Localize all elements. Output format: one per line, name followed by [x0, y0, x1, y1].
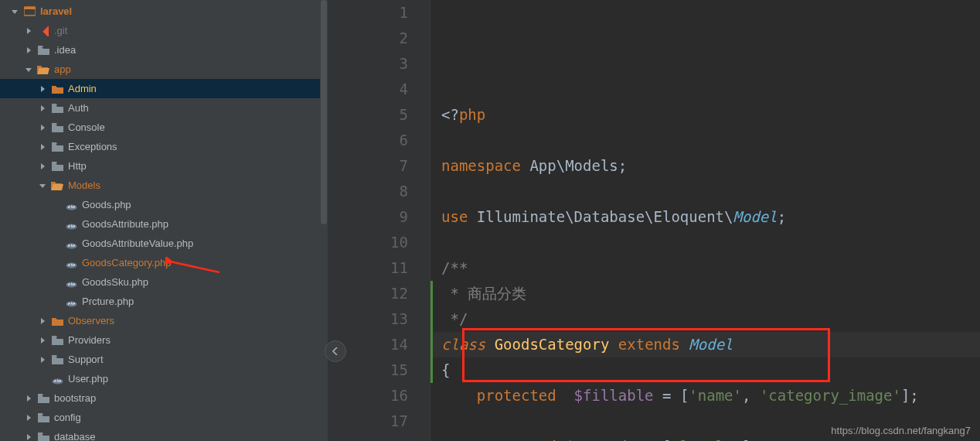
tree-expand-right-icon[interactable]: [25, 415, 32, 421]
tree-expand-right-icon[interactable]: [25, 28, 32, 34]
tree-item-bootstrap[interactable]: bootstrap: [0, 388, 328, 408]
php-icon: [65, 276, 77, 289]
tree-item-admin[interactable]: Admin: [0, 79, 328, 98]
svg-point-8: [66, 301, 77, 306]
tree-item-label: Admin: [68, 79, 97, 98]
tree-expand-right-icon[interactable]: [25, 395, 32, 402]
tree-item-observers[interactable]: Observers: [0, 311, 328, 330]
tree-item-providers[interactable]: Providers: [0, 330, 328, 350]
project-icon: [23, 5, 36, 18]
tree-expand-right-icon[interactable]: [39, 163, 46, 169]
line-number[interactable]: 7: [335, 153, 408, 179]
tree-expand-right-icon[interactable]: [39, 337, 46, 344]
line-number[interactable]: 4: [335, 77, 408, 102]
code-line[interactable]: use Illuminate\Database\Eloquent\Model;: [441, 204, 980, 230]
project-tree[interactable]: laravel.git.ideaappAdminAuthConsoleExcep…: [0, 0, 328, 441]
tree-item-exceptions[interactable]: Exceptions: [0, 137, 328, 156]
line-number[interactable]: 5: [335, 102, 408, 128]
code-line[interactable]: [441, 230, 980, 255]
tree-expand-down-icon[interactable]: [39, 183, 46, 189]
tree-expand-right-icon[interactable]: [39, 357, 46, 363]
code-line[interactable]: [441, 179, 980, 204]
code-token: Model: [733, 208, 778, 225]
code-token: namespace: [441, 157, 521, 174]
tree-expand-down-icon[interactable]: [25, 67, 32, 73]
panel-splitter[interactable]: [328, 0, 335, 441]
code-line[interactable]: namespace App\Models;: [441, 153, 980, 179]
project-tree-panel: laravel.git.ideaappAdminAuthConsoleExcep…: [0, 0, 328, 441]
line-number[interactable]: 6: [335, 128, 408, 153]
code-token: [556, 387, 574, 404]
tree-expand-right-icon[interactable]: [39, 105, 46, 111]
code-token: extends: [618, 336, 680, 353]
code-line[interactable]: /**: [441, 255, 980, 281]
tree-item-models[interactable]: Models: [0, 176, 328, 195]
tree-expand-right-icon[interactable]: [39, 318, 46, 324]
svg-point-4: [66, 224, 77, 229]
code-line[interactable]: [441, 128, 980, 153]
line-number[interactable]: 13: [335, 306, 408, 332]
code-token: /**: [441, 259, 468, 276]
tree-item--idea[interactable]: .idea: [0, 40, 328, 60]
tree-scrollbar[interactable]: [320, 0, 328, 441]
folder-o-icon: [51, 315, 63, 327]
line-number[interactable]: 3: [335, 51, 408, 77]
code-line[interactable]: * 商品分类: [441, 281, 980, 306]
tree-item-config[interactable]: config: [0, 408, 328, 427]
tree-expand-right-icon[interactable]: [39, 144, 46, 150]
code-content[interactable]: <?php namespace App\Models; use Illumina…: [430, 0, 980, 441]
code-token: ];: [901, 387, 919, 404]
line-number[interactable]: 8: [335, 179, 408, 204]
line-number[interactable]: 12: [335, 281, 408, 306]
tree-item-console[interactable]: Console: [0, 118, 328, 137]
tree-expand-right-icon[interactable]: [25, 47, 32, 53]
tree-item-goods-php[interactable]: Goods.php: [0, 195, 328, 214]
line-number[interactable]: 11: [335, 255, 408, 281]
code-line[interactable]: */: [441, 306, 980, 332]
tree-item-prcture-php[interactable]: Prcture.php: [0, 292, 328, 311]
tree-item-laravel[interactable]: laravel: [0, 2, 328, 21]
code-token: protected: [477, 438, 556, 441]
tree-expand-right-icon[interactable]: [39, 125, 46, 131]
line-number[interactable]: 16: [335, 383, 408, 409]
code-token: =: [662, 387, 671, 404]
code-token: $fillable: [574, 387, 654, 404]
tree-expand-down-icon[interactable]: [11, 9, 19, 15]
code-line[interactable]: <?php: [441, 102, 980, 128]
line-number-gutter[interactable]: 1234567891011121314151617: [335, 0, 430, 441]
line-number[interactable]: 17: [335, 409, 408, 434]
tree-item-http[interactable]: Http: [0, 156, 328, 176]
code-line[interactable]: protected $fillable = ['name', 'category…: [441, 383, 980, 409]
tree-item-label: bootstrap: [54, 388, 96, 408]
tree-expand-right-icon[interactable]: [25, 434, 32, 440]
line-number[interactable]: 15: [335, 357, 408, 383]
code-token: {: [441, 361, 450, 378]
tree-expand-right-icon[interactable]: [39, 86, 46, 92]
tree-item-user-php[interactable]: User.php: [0, 369, 328, 388]
tree-item-goodscategory-php[interactable]: GoodsCategory.php: [0, 253, 328, 272]
line-number[interactable]: 9: [335, 204, 408, 230]
code-token: [609, 336, 618, 353]
tree-item-app[interactable]: app: [0, 60, 328, 79]
tree-item-goodssku-php[interactable]: GoodsSku.php: [0, 272, 328, 292]
code-token: protected: [477, 387, 556, 404]
line-number[interactable]: 2: [335, 26, 408, 51]
tree-item-auth[interactable]: Auth: [0, 98, 328, 118]
php-icon: [65, 296, 77, 308]
tree-scrollbar-thumb[interactable]: [321, 0, 327, 224]
line-number[interactable]: 10: [335, 230, 408, 255]
tree-item--git[interactable]: .git: [0, 21, 328, 40]
tree-item-support[interactable]: Support: [0, 350, 328, 369]
code-token: ];: [742, 438, 760, 441]
php-icon: [65, 257, 77, 269]
line-number[interactable]: 1: [335, 0, 408, 26]
folder-icon: [37, 412, 49, 424]
svg-rect-1: [24, 7, 36, 9]
tree-item-goodsattribute-php[interactable]: GoodsAttribute.php: [0, 214, 328, 234]
code-line[interactable]: {: [441, 357, 980, 383]
git-icon: [37, 25, 49, 37]
tree-item-goodsattributevalue-php[interactable]: GoodsAttributeValue.php: [0, 234, 328, 253]
tree-item-label: GoodsAttributeValue.php: [82, 234, 193, 253]
panel-collapse-button[interactable]: [325, 340, 346, 362]
tree-item-database[interactable]: database: [0, 427, 328, 441]
